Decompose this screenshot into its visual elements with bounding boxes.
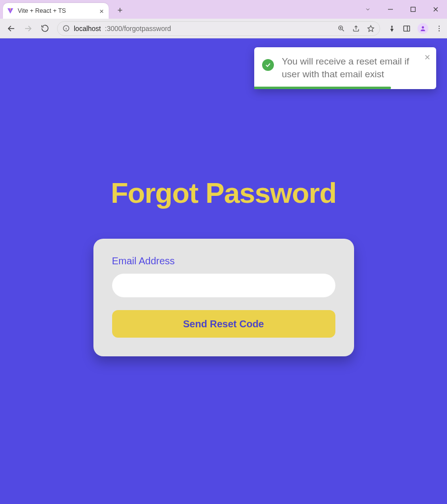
address-bar[interactable]: localhost:3000/forgotpassword (57, 21, 380, 36)
email-label: Email Address (112, 255, 335, 267)
forgot-password-card: Email Address Send Reset Code (93, 239, 354, 356)
email-field[interactable] (112, 274, 335, 297)
toast-progress-bar (254, 87, 391, 89)
window-titlebar: Vite + React + TS × + (0, 0, 447, 19)
toast-close-button[interactable]: × (424, 52, 430, 62)
url-host: localhost (74, 25, 101, 32)
close-tab-icon[interactable]: × (99, 7, 104, 15)
window-minimize-button[interactable] (379, 0, 402, 19)
svg-point-21 (439, 28, 440, 29)
check-circle-icon (262, 59, 274, 71)
bookmark-star-icon[interactable] (367, 25, 375, 32)
app-viewport: You will receive a reset email if user w… (0, 38, 447, 504)
side-panel-icon[interactable] (403, 25, 411, 32)
svg-point-19 (422, 26, 424, 29)
svg-rect-3 (411, 7, 416, 12)
extensions-pin-icon[interactable] (388, 25, 396, 32)
svg-rect-17 (404, 26, 410, 31)
vite-favicon-icon (7, 7, 14, 14)
svg-marker-16 (368, 26, 374, 32)
url-path: :3000/forgotpassword (105, 25, 171, 32)
share-icon[interactable] (352, 25, 360, 32)
nav-forward-button[interactable] (21, 21, 35, 36)
site-info-icon[interactable] (62, 25, 70, 32)
profile-avatar[interactable] (417, 23, 428, 34)
window-chevron-icon[interactable] (357, 0, 379, 19)
nav-reload-button[interactable] (37, 21, 52, 36)
page-title: Forgot Password (111, 176, 336, 209)
svg-line-12 (342, 30, 344, 31)
window-maximize-button[interactable] (402, 0, 424, 19)
window-close-button[interactable] (424, 0, 447, 19)
window-controls (357, 0, 447, 19)
browser-tab-active[interactable]: Vite + React + TS × (3, 3, 109, 19)
svg-point-20 (439, 26, 440, 27)
toast-success: You will receive a reset email if user w… (254, 47, 436, 89)
zoom-icon[interactable] (337, 25, 345, 32)
nav-back-button[interactable] (4, 21, 19, 36)
new-tab-button[interactable]: + (113, 3, 127, 18)
toast-message: You will receive a reset email if user w… (282, 55, 417, 80)
browser-toolbar: localhost:3000/forgotpassword (0, 19, 447, 38)
tab-title: Vite + React + TS (18, 7, 95, 14)
send-reset-code-button[interactable]: Send Reset Code (112, 310, 335, 338)
kebab-menu-icon[interactable] (435, 25, 443, 32)
svg-point-22 (439, 30, 440, 31)
